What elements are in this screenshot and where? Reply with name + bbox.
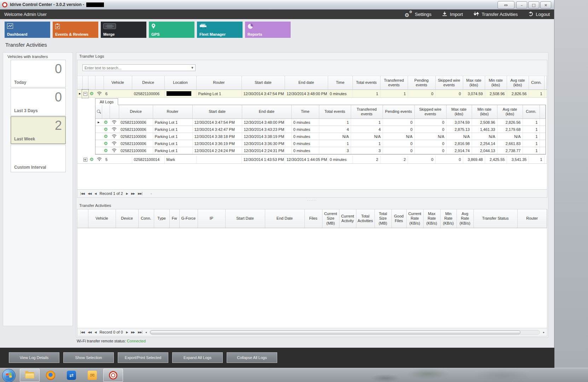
taskbar-outlook-button[interactable]: ✉ [82, 369, 102, 382]
next-page-button[interactable]: ▶▶ [131, 331, 135, 334]
nav-tile-events-reviews[interactable]: Events & Reviews [53, 22, 98, 38]
taskbar-teamviewer-button[interactable]: ⇄ [62, 369, 81, 382]
expand-row-toggle[interactable]: + [82, 156, 88, 163]
column-header[interactable]: Pending events [408, 76, 435, 90]
column-header[interactable]: Time [328, 76, 353, 90]
all-logs-row[interactable]: ⚙025821100006Parking Lot 112/30/2014 2:2… [95, 147, 546, 154]
nav-tile-fleet-manager[interactable]: Fleet Manager [197, 22, 243, 38]
column-header[interactable]: Vehicle [88, 209, 116, 228]
column-header[interactable]: Min rate (kbs) [472, 105, 497, 119]
column-header[interactable]: Router [196, 76, 241, 90]
search-icon[interactable] [97, 110, 100, 113]
horizontal-scrollbar[interactable] [150, 330, 540, 335]
column-header[interactable]: Conn. [138, 209, 154, 228]
filter-card-last-3-days[interactable]: 0 Last 3 Days [11, 88, 66, 116]
taskbar-explorer-button[interactable] [20, 369, 40, 382]
column-header[interactable]: Min Rate (KB/s) [440, 209, 456, 228]
column-header[interactable]: Start date [192, 105, 242, 119]
column-header[interactable]: Router [153, 105, 192, 119]
last-record-button[interactable]: ▶▶| [138, 192, 142, 195]
expand-all-logs-button[interactable]: Expand All Logs [172, 352, 223, 363]
first-record-button[interactable]: |◀◀ [80, 192, 85, 195]
export-print-selected-button[interactable]: Export/Print Selected [118, 352, 168, 363]
column-header[interactable]: Device [119, 105, 153, 119]
prev-page-button[interactable]: ◀◀ [88, 192, 91, 195]
prev-record-button[interactable]: ◀ [94, 331, 96, 334]
column-header[interactable]: Transfer Status [473, 209, 517, 228]
next-page-button[interactable]: ▶▶ [131, 192, 135, 195]
column-header[interactable]: Start date [241, 76, 285, 90]
prev-page-button[interactable]: ◀◀ [88, 331, 91, 334]
column-header[interactable]: Time [291, 105, 319, 119]
column-header[interactable]: Files [304, 209, 322, 228]
column-header[interactable]: Vehicle [104, 76, 132, 90]
column-header[interactable]: Type [154, 209, 169, 228]
taskbar-firefox-button[interactable] [41, 369, 60, 382]
filter-card-today[interactable]: 0 Today [11, 60, 66, 87]
settings-button[interactable]: ⚙⚙ Settings [404, 11, 431, 18]
column-header[interactable]: End date [242, 105, 291, 119]
column-header[interactable]: Total events [319, 105, 351, 119]
title-bar[interactable]: Idrive Control Center - 3.0.2 version - … [0, 0, 554, 10]
last-record-button[interactable]: ▶▶| [138, 331, 142, 334]
column-header[interactable]: Max rate (kbs) [463, 76, 485, 90]
transfer-activities-button[interactable]: Transfer Activities [473, 11, 518, 17]
column-header[interactable]: Start Date [225, 209, 265, 228]
transfer-log-row[interactable]: + ⚙ 5 025821100014 Mark 12/30/2014 1:43:… [77, 156, 547, 163]
column-header[interactable]: Good Files [391, 209, 406, 228]
first-record-button[interactable]: |◀◀ [80, 331, 85, 334]
scroll-left-button[interactable]: ◂ [145, 331, 146, 334]
taskbar-idrive-button[interactable] [103, 369, 123, 382]
close-button[interactable]: × [540, 1, 551, 8]
collapse-all-logs-button[interactable]: Collapse All Logs [227, 352, 277, 363]
nav-tile-merge[interactable]: Merge [101, 22, 146, 38]
nav-tile-gps[interactable]: GPS [149, 22, 194, 38]
column-header[interactable]: Pending events [383, 105, 414, 119]
prev-record-button[interactable]: ◀ [94, 192, 96, 195]
collapse-row-toggle[interactable]: − [82, 90, 88, 98]
filter-card-last-week[interactable]: 2 Last Week [11, 116, 66, 144]
column-header[interactable]: Device [116, 209, 138, 228]
nav-tile-dashboard[interactable]: Dashboard [5, 22, 50, 38]
column-header[interactable]: Total Size (MB) [374, 209, 391, 228]
remote-resize-button[interactable]: ⇔ [497, 1, 514, 9]
column-header[interactable]: Avg Rate (KB/s) [456, 209, 473, 228]
import-button[interactable]: Import [442, 11, 463, 17]
panel-splitter[interactable]: ······ [77, 199, 547, 203]
all-logs-row[interactable]: ⚙025821100006Parking Lot 112/30/2014 3:3… [95, 133, 546, 140]
column-header[interactable]: Skipped wire events [414, 105, 446, 119]
logout-button[interactable]: Logout [528, 11, 550, 17]
column-header[interactable]: IP [198, 209, 225, 228]
all-logs-row[interactable]: ⚙025821100006Parking Lot 112/30/2014 3:3… [95, 140, 546, 147]
transfer-log-row[interactable]: ▶ − ⚙ 6 025821100006 Parking Lot 1 12/30… [77, 90, 547, 98]
column-header[interactable]: Router [517, 209, 547, 228]
column-header[interactable]: Fw [169, 209, 179, 228]
column-header[interactable]: Current Size (MB) [322, 209, 339, 228]
column-header[interactable]: End Date [265, 209, 304, 228]
column-header[interactable]: Max rate (kbs) [446, 105, 472, 119]
nav-tile-reports[interactable]: Reports [245, 22, 291, 38]
column-header[interactable]: Location [164, 76, 196, 90]
all-logs-row[interactable]: ⚙025821100006Parking Lot 112/30/2014 3:4… [95, 126, 546, 133]
start-button[interactable] [2, 369, 16, 382]
filter-card-custom-interval[interactable]: Custom Interval [11, 145, 66, 172]
scrollbar-thumb[interactable] [150, 330, 520, 334]
next-record-button[interactable]: ▶ [126, 192, 128, 195]
search-input[interactable] [83, 66, 190, 70]
column-header[interactable]: Min rate (kbs) [485, 76, 507, 90]
minimize-button[interactable]: – [516, 1, 527, 8]
view-log-details-button[interactable]: View Log Details [9, 352, 59, 363]
column-header[interactable]: Current Rate (KB/s) [406, 209, 423, 228]
scroll-right-button[interactable]: ▸ [543, 331, 544, 334]
all-logs-row[interactable]: ▶⚙025821100006Parking Lot 112/30/2014 3:… [95, 119, 546, 126]
column-header[interactable]: Transferred events [351, 105, 383, 119]
column-header[interactable]: Conn. [523, 105, 540, 119]
tab-all-logs[interactable]: All Logs [95, 98, 118, 105]
scroll-left-icon[interactable]: ◂ [150, 192, 151, 195]
column-header[interactable]: G-Force [179, 209, 198, 228]
column-header[interactable]: Transferred events [380, 76, 408, 90]
column-header[interactable]: Conn. [529, 76, 544, 90]
column-header[interactable]: Avg rate (kbs) [507, 76, 529, 90]
column-header[interactable]: Skipped wire events [435, 76, 463, 90]
column-header[interactable]: Device [132, 76, 164, 90]
